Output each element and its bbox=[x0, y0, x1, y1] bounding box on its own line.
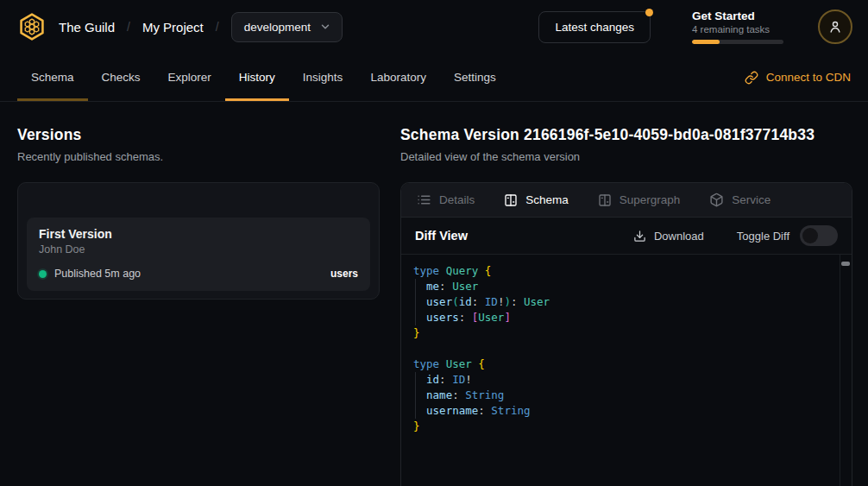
code-line: type Query { bbox=[413, 263, 831, 279]
chevron-down-icon bbox=[319, 21, 331, 33]
hive-logo-icon[interactable] bbox=[17, 12, 47, 41]
nav-tab-history[interactable]: History bbox=[225, 54, 289, 101]
connect-cdn-label: Connect to CDN bbox=[766, 71, 851, 84]
nav-tab-schema[interactable]: Schema bbox=[17, 54, 88, 101]
latest-changes-label: Latest changes bbox=[555, 21, 634, 34]
service-badge: users bbox=[330, 268, 358, 280]
download-button[interactable]: Download bbox=[633, 230, 704, 243]
detail-tab-schema[interactable]: Schema bbox=[504, 193, 569, 207]
detail-tab-service[interactable]: Service bbox=[709, 193, 771, 207]
main-nav-tabs: SchemaChecksExplorerHistoryInsightsLabor… bbox=[17, 54, 510, 101]
version-status: Published 5m ago bbox=[39, 268, 141, 280]
published-status-dot bbox=[39, 270, 47, 278]
toggle-diff-label: Toggle Diff bbox=[737, 230, 789, 243]
get-started-widget[interactable]: Get Started 4 remaining tasks bbox=[692, 9, 783, 44]
link-icon bbox=[745, 71, 758, 85]
get-started-progressbar bbox=[692, 40, 783, 44]
versions-title: Versions bbox=[17, 126, 380, 144]
main-nav: SchemaChecksExplorerHistoryInsightsLabor… bbox=[0, 54, 868, 102]
code-line: users: [User] bbox=[413, 310, 831, 325]
toggle-diff-switch[interactable] bbox=[800, 225, 838, 246]
detail-tab-label: Details bbox=[439, 193, 475, 206]
breadcrumb-separator: / bbox=[127, 20, 130, 34]
switch-knob bbox=[802, 228, 818, 243]
top-header: The Guild / My Project / development Lat… bbox=[0, 0, 868, 54]
version-status-label: Published 5m ago bbox=[54, 268, 141, 280]
code-line: type User { bbox=[413, 357, 831, 372]
scrollbar-thumb[interactable] bbox=[841, 262, 850, 266]
detail-tab-label: Supergraph bbox=[620, 193, 681, 206]
get-started-title: Get Started bbox=[692, 9, 783, 22]
code-line: user(id: ID!): User bbox=[413, 294, 831, 310]
cube-icon bbox=[709, 193, 724, 207]
notification-dot bbox=[645, 9, 653, 16]
columns-icon bbox=[598, 193, 612, 207]
vertical-scrollbar[interactable] bbox=[840, 255, 852, 486]
user-icon bbox=[827, 19, 843, 35]
breadcrumb-project[interactable]: My Project bbox=[142, 20, 204, 35]
app-window: The Guild / My Project / development Lat… bbox=[0, 0, 868, 486]
version-list-item[interactable]: First Version John Doe Published 5m ago … bbox=[27, 218, 370, 291]
code-line bbox=[413, 341, 831, 357]
list-icon bbox=[417, 193, 431, 207]
nav-tab-checks[interactable]: Checks bbox=[88, 54, 154, 101]
code-line: name: String bbox=[413, 388, 831, 403]
columns-icon bbox=[504, 193, 518, 207]
code-line: id: ID! bbox=[413, 372, 831, 388]
version-author: John Doe bbox=[39, 243, 358, 256]
breadcrumb-org[interactable]: The Guild bbox=[59, 20, 115, 35]
detail-tab-details[interactable]: Details bbox=[417, 193, 475, 207]
version-name: First Version bbox=[39, 227, 358, 241]
connect-cdn-link[interactable]: Connect to CDN bbox=[745, 54, 851, 101]
nav-tab-settings[interactable]: Settings bbox=[440, 54, 510, 101]
get-started-progress-fill bbox=[692, 40, 720, 44]
download-label: Download bbox=[654, 230, 704, 243]
diff-view-header: Diff View Download Toggle Diff bbox=[401, 218, 852, 255]
schema-detail-card: DetailsSchemaSupergraphService Diff View… bbox=[400, 182, 852, 486]
code-lines: type Query { me: User user(id: ID!): Use… bbox=[413, 263, 831, 434]
indent-guide bbox=[415, 372, 416, 419]
main-content: Versions Recently published schemas. Fir… bbox=[0, 102, 868, 486]
code-line: me: User bbox=[413, 279, 831, 294]
versions-panel: Versions Recently published schemas. Fir… bbox=[17, 126, 380, 486]
download-icon bbox=[633, 230, 646, 243]
target-selector[interactable]: development bbox=[231, 12, 343, 42]
breadcrumb: The Guild / My Project / development bbox=[59, 12, 343, 42]
get-started-subtitle: 4 remaining tasks bbox=[692, 24, 783, 35]
detail-tabs: DetailsSchemaSupergraphService bbox=[401, 183, 852, 218]
versions-subtitle: Recently published schemas. bbox=[17, 150, 380, 163]
nav-tab-insights[interactable]: Insights bbox=[289, 54, 357, 101]
diff-view-title: Diff View bbox=[415, 229, 468, 243]
schema-version-title: Schema Version 2166196f-5e10-4059-bd0a-0… bbox=[400, 126, 852, 144]
schema-version-subtitle: Detailed view of the schema version bbox=[400, 150, 852, 163]
nav-tab-laboratory[interactable]: Laboratory bbox=[356, 54, 440, 101]
schema-version-panel: Schema Version 2166196f-5e10-4059-bd0a-0… bbox=[400, 126, 852, 486]
detail-tab-label: Schema bbox=[525, 193, 569, 206]
user-menu-button[interactable] bbox=[818, 9, 852, 44]
versions-card: First Version John Doe Published 5m ago … bbox=[17, 182, 380, 300]
version-meta-row: Published 5m ago users bbox=[39, 268, 358, 280]
target-selector-value: development bbox=[244, 21, 311, 34]
detail-tab-supergraph[interactable]: Supergraph bbox=[598, 193, 681, 207]
schema-code-viewer[interactable]: type Query { me: User user(id: ID!): Use… bbox=[401, 255, 852, 486]
indent-guide bbox=[415, 279, 416, 325]
latest-changes-button[interactable]: Latest changes bbox=[538, 11, 651, 43]
code-line: username: String bbox=[413, 403, 831, 419]
code-line: } bbox=[413, 325, 831, 341]
diff-actions: Download Toggle Diff bbox=[633, 225, 838, 246]
nav-tab-explorer[interactable]: Explorer bbox=[154, 54, 225, 101]
code-line: } bbox=[413, 419, 831, 434]
detail-tab-label: Service bbox=[732, 193, 771, 206]
breadcrumb-separator: / bbox=[216, 20, 219, 34]
